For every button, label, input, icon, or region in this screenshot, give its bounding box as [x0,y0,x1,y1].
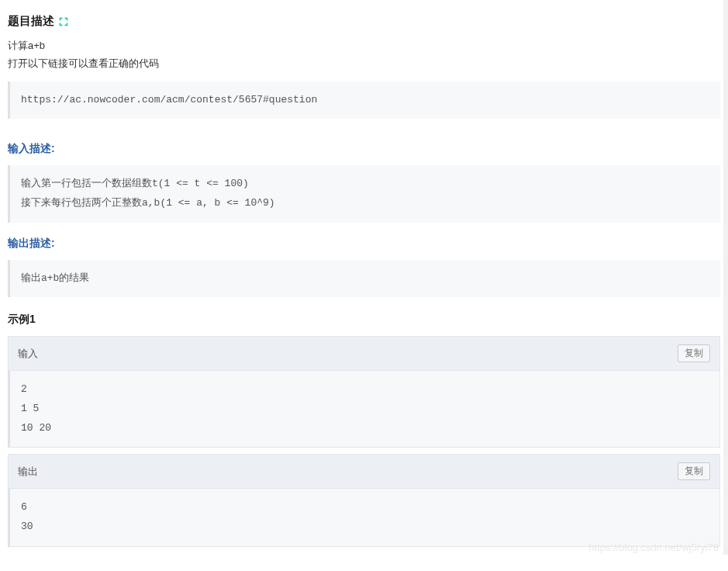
output-desc-header: 输出描述: [8,237,720,251]
input-desc-header: 输入描述: [8,142,720,156]
expand-icon[interactable] [59,17,68,26]
sample-title: 示例1 [8,313,720,327]
output-desc-body: 输出a+b的结果 [8,260,720,298]
copy-button[interactable]: 复制 [678,462,710,480]
sample-input-body: 2 1 5 10 20 [8,371,720,448]
sample-output-body: 6 30 [8,489,720,546]
scrollbar-track[interactable] [723,0,728,555]
input-desc-body: 输入第一行包括一个数据组数t(1 <= t <= 100) 接下来每行包括两个正… [8,165,720,222]
sample-output-header: 输出 复制 [8,454,720,489]
copy-button[interactable]: 复制 [678,344,710,362]
sample-input-label: 输入 [18,347,38,361]
problem-title: 题目描述 [8,14,54,29]
sample-output-label: 输出 [18,465,38,479]
desc-line: 打开以下链接可以查看正确的代码 [8,56,720,72]
sample-input-header: 输入 复制 [8,336,720,371]
desc-line: 计算a+b [8,38,720,54]
link-code-block: https://ac.nowcoder.com/acm/contest/5657… [8,81,720,119]
